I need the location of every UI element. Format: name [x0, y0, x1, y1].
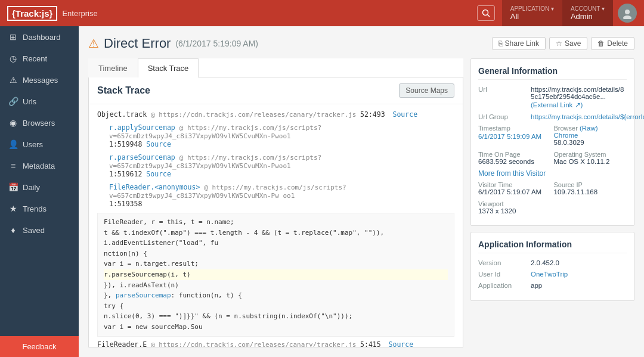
time-value: 6683.592 seconds [478, 158, 552, 165]
sidebar-item-dashboard[interactable]: ⊞ Dashboard [0, 26, 79, 48]
tab-stack-trace[interactable]: Stack Trace [138, 58, 199, 77]
error-title: Direct Error [104, 36, 171, 51]
timestamp-value[interactable]: 6/1/2017 5:19:09 AM [478, 133, 541, 140]
stack-fn-3: FileReader.<anonymous> [109, 183, 200, 191]
source-ip-value: 109.73.11.168 [554, 188, 627, 195]
general-info-card: General Information Url https://my.track… [470, 58, 634, 226]
tab-bar: Timeline Stack Trace [88, 58, 463, 77]
sidebar-item-metadata[interactable]: ≡ Metadata [0, 155, 79, 176]
account-menu[interactable]: ACCOUNT ▾ Admin [562, 0, 613, 26]
sidebar-label-daily: Daily [23, 183, 40, 192]
source-link-last[interactable]: Source [389, 340, 414, 347]
daily-icon: 📅 [8, 182, 18, 192]
time-label: Time On Page [478, 151, 552, 158]
application-menu[interactable]: APPLICATION ▾ All [502, 0, 562, 26]
stack-pos-1: 1:519948 [109, 140, 142, 148]
feedback-label: Feedback [22, 342, 56, 351]
search-button[interactable] [477, 5, 495, 21]
stack-pos-main: 52:493 [360, 110, 385, 119]
share-icon: ⎘ [499, 39, 503, 48]
svg-point-3 [623, 15, 631, 19]
sidebar-label-trends: Trends [23, 204, 47, 213]
version-row: Version 2.0.452.0 [478, 259, 627, 266]
application-section: APPLICATION ▾ All ACCOUNT ▾ Admin [502, 0, 637, 26]
svg-line-1 [487, 15, 490, 17]
app-value: app [531, 282, 542, 289]
delete-button[interactable]: 🗑 Delete [591, 37, 634, 50]
share-link-button[interactable]: ⎘ Share Link [492, 37, 546, 50]
stack-body: Object.track @ https://cdn.trackjs.com/r… [89, 104, 463, 347]
code-line-highlight: r.parseSourcemap(i, t) [104, 269, 448, 280]
viewport-value: 1373 x 1320 [478, 207, 552, 215]
stack-fn-1: r.applySourcemap [109, 123, 175, 132]
sidebar-label-browsers: Browsers [23, 119, 55, 128]
url-value: https://my.trackjs.com/details/85c175ebf… [531, 86, 627, 100]
feedback-bar[interactable]: Feedback [0, 336, 79, 357]
code-line-4: var i = n.target.result; [104, 260, 199, 268]
logo: {Track:js} [7, 6, 57, 21]
sidebar-label-users: Users [23, 140, 43, 149]
right-panel: General Information Url https://my.track… [470, 58, 634, 347]
sidebar-item-saved[interactable]: ♦ Saved [0, 219, 79, 241]
sidebar-item-daily[interactable]: 📅 Daily [0, 176, 79, 198]
page-header: ⚠ Direct Error (6/1/2017 5:19:09 AM) ⎘ S… [88, 36, 634, 51]
avatar-icon [621, 7, 633, 19]
sidebar-item-recent[interactable]: ◷ Recent [0, 48, 79, 69]
account-value: Admin [571, 12, 605, 21]
application-info-card: Application Information Version 2.0.452.… [470, 232, 634, 301]
user-id-value[interactable]: OneTwoTrip [531, 271, 568, 278]
external-link[interactable]: (External Link ↗) [531, 101, 583, 108]
url-group-value[interactable]: https://my.trackjs.com/details/${errorId… [531, 113, 644, 120]
error-timestamp: (6/1/2017 5:19:09 AM) [175, 39, 258, 48]
sidebar-label-dashboard: Dashboard [23, 33, 61, 42]
source-ip-label: Source IP [554, 181, 627, 188]
stack-line-1: r.applySourcemap @ https://my.trackjs.co… [109, 123, 454, 148]
dashboard-icon: ⊞ [8, 32, 18, 42]
general-info-title: General Information [478, 66, 627, 80]
sidebar-item-trends[interactable]: ★ Trends [0, 198, 79, 219]
url-row: Url https://my.trackjs.com/details/85c17… [478, 86, 627, 109]
source-maps-button[interactable]: Source Maps [399, 83, 454, 98]
code-block: FileReader, r = this, t = n.name; t && t… [97, 213, 454, 337]
tab-timeline[interactable]: Timeline [88, 58, 138, 77]
action-buttons: ⎘ Share Link ☆ Save 🗑 Delete [492, 37, 634, 50]
source-link-1[interactable]: Source [146, 140, 171, 148]
save-label: Save [565, 39, 581, 48]
sidebar-label-recent: Recent [23, 54, 47, 63]
stack-pos-2: 1:519612 [109, 170, 142, 178]
code-line-6: }, parseSourcemap: function(n, t) { [104, 291, 242, 299]
raw-link[interactable]: (Raw) [580, 125, 598, 132]
source-link-2[interactable]: Source [146, 170, 171, 178]
browser-name[interactable]: Chrome [554, 132, 578, 139]
os-label: Operating System [554, 151, 627, 158]
browser-value: Chrome 58.0.3029 [554, 132, 627, 146]
sidebar-item-messages[interactable]: ⚠ Messages [0, 69, 79, 91]
source-link-main[interactable]: Source [393, 110, 418, 119]
save-button[interactable]: ☆ Save [549, 37, 587, 50]
sidebar-item-urls[interactable]: 🔗 Urls [0, 91, 79, 112]
source-ip-item: Source IP 109.73.11.168 [554, 181, 627, 195]
tab-stack-trace-label: Stack Trace [148, 64, 189, 73]
search-icon [482, 9, 490, 17]
stack-url-main: @ https://cdn.trackjs.com/releases/canar… [151, 111, 360, 119]
browser-label: Browser (Raw) [554, 125, 627, 132]
avatar[interactable] [618, 4, 637, 23]
delete-label: Delete [607, 39, 628, 48]
code-line-9: var i = new sourceMap.Sou [104, 323, 203, 331]
timestamp-label: Timestamp [478, 125, 552, 132]
app-row: Application app [478, 282, 627, 289]
warning-icon: ⚠ [88, 36, 99, 51]
os-item: Operating System Mac OS X 10.11.2 [554, 151, 627, 165]
main-content: ⚠ Direct Error (6/1/2017 5:19:09 AM) ⎘ S… [79, 26, 644, 357]
sidebar-item-users[interactable]: 👤 Users [0, 134, 79, 155]
viewport-item: Viewport 1373 x 1320 [478, 200, 552, 215]
visitor-time-label: Visitor Time [478, 181, 552, 188]
saved-icon: ♦ [8, 225, 18, 235]
more-from-visitor-link[interactable]: More from this Visitor [478, 169, 546, 178]
stack-line-main: Object.track @ https://cdn.trackjs.com/r… [97, 110, 454, 119]
code-line-5: }), i.readAsText(n) [104, 281, 179, 289]
code-line-3: nction(n) { [104, 250, 147, 257]
browsers-icon: ◉ [8, 118, 18, 128]
sidebar-label-urls: Urls [23, 97, 36, 106]
sidebar-item-browsers[interactable]: ◉ Browsers [0, 112, 79, 134]
